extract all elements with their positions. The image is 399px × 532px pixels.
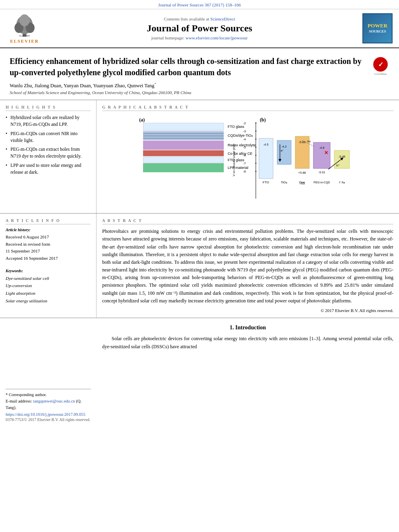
accepted-date: Accepted 16 September 2017 [6,255,90,262]
received-revised-label: Received in revised form [6,241,90,248]
svg-text:FTO glass: FTO glass [228,125,245,129]
author-sup: * [154,82,156,86]
article-info-heading: A R T I C L E I N F O [6,218,90,224]
svg-text:-4.5: -4.5 [263,143,269,146]
highlight-item-2: PEG-m-CQDs can convert NIR into visible … [6,130,90,144]
doi-link[interactable]: https://doi.org/10.1016/j.jpowsour.2017.… [6,412,85,417]
svg-text:-5.83: -5.83 [298,140,305,144]
journal-header: ELSEVIER ELSEVIER Contents lists availab… [0,9,399,48]
svg-text:e⁻: e⁻ [281,149,284,152]
footnote-area: * Corresponding author. E-mail address: … [6,389,91,422]
svg-text:-8: -8 [243,170,246,173]
revised-date: 11 September 2017 [6,248,90,255]
svg-text:-5: -5 [243,146,246,149]
abstract-heading: A B S T R A C T [102,218,393,224]
corresponding-label: * Corresponding author. [6,392,91,398]
svg-text:h⁺: h⁺ [336,164,339,167]
keyword-1: Dye-sensitized solar cell [6,275,90,282]
svg-rect-20 [143,163,224,172]
elsevier-logo: ELSEVIER ELSEVIER [6,14,43,43]
email-link[interactable]: tangqunwei@ouc.edu.cn [33,399,75,403]
svg-text:hν: hν [307,140,311,143]
contents-line: Contents lists available at ScienceDirec… [43,16,356,21]
svg-rect-18 [143,157,224,162]
intro-left: * Corresponding author. E-mail address: … [0,325,97,422]
svg-text:-4.9: -4.9 [319,146,325,150]
homepage-link[interactable]: www.elsevier.com/locate/jpowsour [185,35,247,40]
svg-text:-4.2: -4.2 [282,145,287,148]
graphical-abstract-heading: G R A P H I C A L A B S T R A C T [102,105,393,111]
article-info-section: A R T I C L E I N F O Article history: R… [0,214,399,318]
svg-rect-12 [143,138,224,139]
svg-rect-41 [277,140,291,164]
email-line: E-mail address: tangqunwei@ouc.edu.cn (Q… [6,398,91,411]
abstract-right: A B S T R A C T Photovoltaics are promis… [97,214,399,318]
svg-text:(b): (b) [260,117,266,123]
intro-right: 1. Introduction Solar cells are photoele… [97,325,399,422]
svg-point-4 [19,14,30,26]
svg-text:ELSEVIER: ELSEVIER [19,35,30,37]
svg-text:-5.01: -5.01 [318,170,325,174]
graphical-abstract-col: G R A P H I C A L A B S T R A C T (a) FT… [97,100,399,213]
received-date: Received 6 August 2017 [6,234,90,241]
highlight-item-3: PEG-m-CQDs can extract holes from N719 d… [6,146,90,160]
intro-text: Solar cells are photoelectric devices fo… [102,335,393,351]
doi-line: https://doi.org/10.1016/j.jpowsour.2017.… [6,412,91,417]
journal-center: Contents lists available at ScienceDirec… [43,16,356,40]
svg-rect-14 [143,141,224,150]
highlights-heading: H I G H L I G H T S [6,105,90,111]
svg-rect-16 [143,150,224,156]
svg-text:Co-Se alloy CE: Co-Se alloy CE [228,152,253,156]
svg-text:(a): (a) [139,117,145,123]
svg-rect-7 [143,123,224,130]
svg-text:✕: ✕ [324,150,328,156]
article-title-row: Efficiency enhancement of hybridized sol… [10,55,389,78]
svg-text:FTO: FTO [263,181,269,184]
elsevier-text: ELSEVIER [10,39,39,43]
introduction-section: * Corresponding author. E-mail address: … [0,318,399,422]
svg-text:-5.45: -5.45 [338,155,345,158]
crossmark-label: CrossMark [374,72,387,76]
article-title-section: Efficiency enhancement of hybridized sol… [0,48,399,100]
svg-text:-7: -7 [243,162,246,165]
svg-text:LPP material: LPP material [228,166,248,170]
svg-text:-3: -3 [243,129,246,133]
svg-text:PEG-m-CQD: PEG-m-CQD [314,181,330,184]
keyword-3: Light absorption [6,290,90,297]
authors-line: Wanlu Zhu, Jialong Duan, Yanyan Duan, Yu… [10,82,389,89]
highlights-col: H I G H L I G H T S Hybridized solar cel… [0,100,97,213]
highlights-list: Hybridized solar cells are realized by N… [6,114,90,176]
svg-text:V vs vacuum Level (eV): V vs vacuum Level (eV) [232,144,236,177]
journal-title: Journal of Power Sources [43,23,356,34]
svg-text:CQDs/dye-TiO₂: CQDs/dye-TiO₂ [228,134,253,138]
highlight-item-1: Hybridized solar cells are realized by N… [6,114,90,128]
graphical-abstract-diagram: (a) FTO glass CQDs/dye-TiO₂ Redox electr… [102,114,393,207]
keyword-2: Up-conversion [6,282,90,290]
svg-text:+5.88: +5.88 [298,171,306,175]
svg-text:TiO₂: TiO₂ [281,181,287,184]
svg-text:I⁻/I₃: I⁻/I₃ [339,181,345,184]
copyright-line: © 2017 Elsevier B.V. All rights reserved… [102,308,393,313]
svg-rect-11 [143,135,224,137]
keywords-heading: Keywords: [6,269,90,273]
keyword-4: Solar energy utilization [6,297,90,305]
power-sources-logo-box: POWER SOURCES [356,13,393,43]
svg-text:-7.5: -7.5 [300,182,305,185]
power-sources-logo: POWER SOURCES [362,13,393,43]
crossmark-icon: ✓ [373,57,388,72]
intro-heading: 1. Introduction [102,325,393,331]
sciencedirect-link[interactable]: ScienceDirect [210,16,235,21]
affiliation-line: School of Materials Science and Engineer… [10,90,389,95]
svg-text:-4: -4 [243,138,246,141]
highlights-section: H I G H L I G H T S Hybridized solar cel… [0,100,399,214]
journal-reference: Journal of Power Sources 367 (2017) 158–… [0,0,399,9]
highlight-item-4: LPP are used to store solar energy and r… [6,162,90,176]
article-info-left: A R T I C L E I N F O Article history: R… [0,214,97,318]
journal-ref-text: Journal of Power Sources 367 (2017) 158–… [158,2,241,7]
journal-homepage: journal homepage: www.elsevier.com/locat… [43,35,356,40]
elsevier-tree-icon: ELSEVIER [10,14,39,38]
svg-text:-2: -2 [243,121,246,125]
abstract-text: Photovoltaics are promising solutions to… [102,228,393,305]
svg-rect-10 [143,133,224,134]
svg-text:FTO glass: FTO glass [228,158,245,162]
